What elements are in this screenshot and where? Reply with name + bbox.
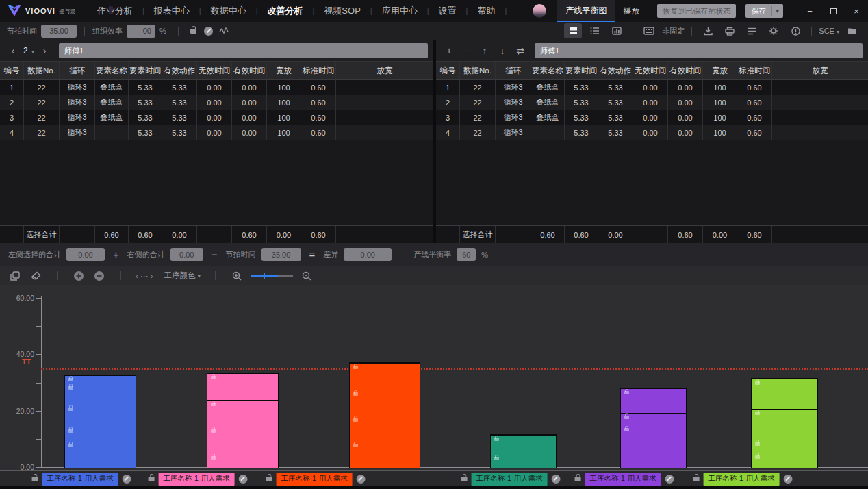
table-cell[interactable]: 0.00 [197, 80, 232, 95]
table-row[interactable]: 322循环3叠纸盒5.335.330.000.001000.60 [0, 110, 433, 125]
table-cell[interactable]: 22 [24, 125, 60, 140]
swap-icon[interactable]: ⇄ [513, 45, 528, 56]
table-cell[interactable]: 100 [703, 125, 737, 140]
process-bar[interactable] [751, 378, 818, 468]
table-cell[interactable]: 0.60 [737, 80, 772, 95]
bar-segment[interactable] [621, 413, 686, 426]
maximize-button[interactable] [821, 0, 845, 22]
print-icon[interactable] [721, 23, 739, 38]
edit-icon[interactable] [783, 475, 792, 484]
table-cell[interactable]: 叠纸盒 [95, 110, 129, 125]
takt-time-input[interactable] [41, 25, 77, 38]
table-row[interactable]: 122循环3叠纸盒5.335.330.000.001000.60 [436, 80, 868, 95]
table-cell[interactable]: 0.60 [301, 95, 336, 110]
film-icon[interactable] [640, 23, 658, 38]
menu-item[interactable]: 作业分析 [88, 5, 142, 17]
table-cell[interactable]: 0.00 [232, 110, 267, 125]
table-cell[interactable]: 循环3 [60, 110, 95, 125]
table-cell[interactable]: 循环3 [496, 125, 531, 140]
table-cell[interactable] [772, 95, 868, 110]
bar-segment[interactable] [752, 440, 817, 453]
remove-row-icon[interactable]: − [459, 45, 474, 56]
lock-icon[interactable] [32, 477, 38, 481]
expand-range-icon[interactable]: ‹ ··· › [136, 272, 153, 280]
table-cell[interactable]: 0.60 [737, 95, 772, 110]
bar-segment[interactable] [207, 400, 278, 427]
edit-circle-icon[interactable] [201, 23, 216, 38]
table-cell[interactable]: 100 [703, 110, 737, 125]
table-cell[interactable]: 3 [436, 110, 460, 125]
table-cell[interactable]: 0.00 [668, 95, 703, 110]
bar-segment[interactable] [65, 405, 136, 427]
table-cell[interactable]: 循环3 [496, 95, 531, 110]
process-bar[interactable] [620, 388, 687, 468]
pager-prev-icon[interactable]: ‹ [5, 45, 21, 56]
lock-icon[interactable] [693, 477, 700, 481]
table-cell[interactable]: 100 [267, 110, 301, 125]
table-cell[interactable] [772, 110, 868, 125]
table-cell[interactable]: 5.33 [598, 110, 633, 125]
table-cell[interactable]: 叠纸盒 [531, 80, 565, 95]
menu-item[interactable]: 应用中心 [372, 5, 427, 17]
process-bar[interactable] [490, 434, 557, 468]
table-cell[interactable]: 0.00 [633, 110, 668, 125]
table-row[interactable]: 122循环3叠纸盒5.335.330.000.001000.60 [0, 80, 433, 95]
table-cell[interactable]: 100 [267, 125, 301, 140]
process-chip[interactable]: 工序名称-1-用人需求 [704, 473, 780, 486]
table-cell[interactable]: 0.00 [633, 125, 668, 140]
list-view-icon[interactable] [586, 23, 604, 38]
table-row[interactable]: 322循环3叠纸盒5.335.330.000.001000.60 [436, 110, 868, 125]
process-chip[interactable]: 工序名称-1-用人需求 [159, 473, 235, 486]
pager-dropdown[interactable]: 2 ▾ [23, 46, 34, 55]
table-cell[interactable]: 5.33 [129, 80, 162, 95]
table-cell[interactable] [336, 110, 433, 125]
table-cell[interactable]: 5.33 [598, 80, 633, 95]
table-cell[interactable]: 0.00 [232, 125, 267, 140]
pin-mode-label[interactable]: 非固定 [662, 26, 685, 36]
close-button[interactable]: × [845, 0, 868, 22]
table-cell[interactable]: 0.00 [633, 95, 668, 110]
table-cell[interactable]: 22 [460, 110, 496, 125]
add-row-icon[interactable]: + [442, 45, 457, 56]
bar-segment[interactable] [65, 375, 136, 383]
table-cell[interactable]: 5.33 [162, 110, 197, 125]
table-cell[interactable]: 5.33 [565, 110, 598, 125]
menu-item[interactable]: 数据中心 [201, 5, 256, 17]
table-cell[interactable] [95, 125, 129, 140]
sce-dropdown[interactable]: SCE ▾ [819, 27, 839, 35]
bar-segment[interactable] [207, 427, 278, 454]
table-cell[interactable]: 22 [460, 125, 496, 140]
chart-view-icon[interactable] [608, 23, 626, 38]
zoom-out-circle-icon[interactable] [92, 269, 106, 283]
chart-zoom-slider[interactable] [251, 272, 293, 280]
table-cell[interactable] [336, 125, 433, 140]
bar-segment[interactable] [491, 435, 556, 455]
gear-icon[interactable] [765, 23, 782, 38]
eraser-icon[interactable] [29, 269, 42, 283]
process-bar[interactable] [207, 373, 279, 468]
table-cell[interactable]: 5.33 [129, 110, 162, 125]
bar-segment[interactable] [207, 373, 278, 400]
table-row[interactable]: 422循环35.335.330.000.001000.60 [436, 125, 868, 140]
bar-segment[interactable] [350, 442, 420, 468]
table-cell[interactable]: 5.33 [162, 125, 197, 140]
edit-icon[interactable] [665, 475, 674, 484]
lock-icon[interactable] [575, 477, 581, 481]
table-cell[interactable]: 5.33 [129, 125, 162, 140]
table-cell[interactable]: 22 [24, 95, 60, 110]
process-chip[interactable]: 工序名称-1-用人需求 [585, 473, 661, 486]
table-cell[interactable]: 4 [0, 125, 24, 140]
bar-segment[interactable] [752, 453, 817, 468]
table-cell[interactable]: 1 [0, 80, 24, 95]
pulse-icon[interactable] [216, 23, 231, 38]
table-cell[interactable]: 0.60 [301, 80, 336, 95]
table-cell[interactable]: 0.00 [668, 110, 703, 125]
table-cell[interactable]: 0.60 [737, 110, 772, 125]
table-cell[interactable]: 4 [436, 125, 460, 140]
takt-input[interactable] [261, 248, 301, 261]
bar-segment[interactable] [491, 455, 556, 467]
table-cell[interactable]: 0.00 [232, 80, 267, 95]
process-bar[interactable] [64, 375, 136, 468]
minimize-button[interactable]: − [798, 0, 821, 22]
table-cell[interactable]: 5.33 [565, 125, 598, 140]
